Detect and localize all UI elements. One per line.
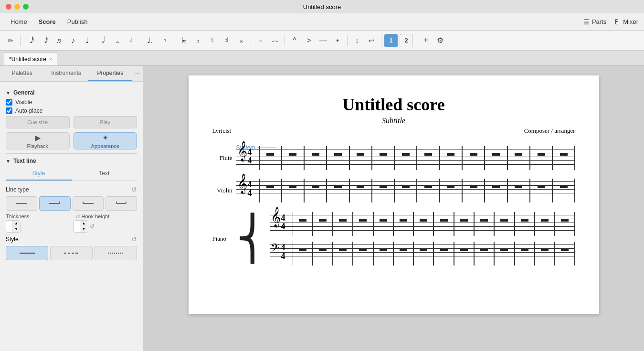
menu-publish[interactable]: Publish — [63, 16, 93, 27]
note-16th[interactable]: ♬ — [52, 34, 65, 47]
hook-height-right-reset[interactable]: ↺ — [90, 223, 95, 230]
note-quarter[interactable]: ♩ — [81, 34, 94, 47]
hook-height-down[interactable]: ▼ — [80, 226, 88, 232]
note-32nd[interactable]: 𝅘𝅥𝅯 — [38, 34, 51, 47]
voice2-button[interactable]: 2 — [400, 34, 413, 47]
playback-label: Playback — [27, 143, 48, 149]
note-64th[interactable]: 𝅘𝅥𝅰 — [23, 34, 37, 47]
staccato[interactable]: • — [331, 34, 344, 47]
style-dotted[interactable] — [95, 246, 137, 260]
flute-staff: 𝄞 4 4 — [236, 146, 575, 170]
visible-checkbox[interactable] — [6, 99, 12, 106]
line-type-hook-both[interactable] — [106, 196, 137, 211]
violin-measure-10 — [462, 179, 485, 202]
thickness-down[interactable]: ▼ — [12, 226, 20, 232]
sharp[interactable]: ♯ — [220, 34, 233, 47]
add-tool[interactable]: + — [419, 34, 433, 47]
flat[interactable]: ♭ — [191, 34, 205, 47]
auto-place-checkbox[interactable] — [6, 107, 12, 114]
style-solid[interactable] — [6, 246, 48, 260]
line-type-reset-icon[interactable]: ↺ — [131, 186, 137, 193]
line-type-hook-right[interactable] — [39, 196, 71, 211]
toolbar-sep-3 — [174, 35, 174, 46]
general-section-header[interactable]: ▼ General — [6, 89, 137, 96]
style-dashed[interactable] — [50, 246, 93, 260]
menu-right: ☰ Parts 🎚 Mixer — [583, 18, 638, 26]
line-type-plain[interactable] — [6, 196, 37, 211]
cue-size-button[interactable]: Cue size — [6, 116, 70, 128]
voice1-button[interactable]: 1 — [384, 34, 398, 47]
violin-measure-3 — [304, 179, 327, 202]
note-whole[interactable]: 𝅝 — [109, 34, 123, 47]
flip-tool[interactable]: ↕ — [350, 34, 364, 47]
toolbar-sep-1 — [20, 35, 21, 46]
play-button[interactable]: Play — [74, 116, 137, 128]
accent[interactable]: > — [302, 34, 316, 47]
note-eighth[interactable]: ♪ — [66, 34, 80, 47]
score-area[interactable]: Untitled score Subtitle Lyricist Compose… — [143, 66, 644, 351]
line-type-hook-left[interactable] — [73, 196, 104, 211]
dotted-note[interactable]: ♩. — [143, 34, 157, 47]
piano-bass-time-sig: 4 4 — [281, 243, 285, 260]
hook-reset-icon[interactable]: ↺ — [75, 213, 80, 220]
flute-measure-2 — [282, 146, 304, 170]
toolbar-sep-4 — [251, 35, 251, 46]
flip2-tool[interactable]: ↩ — [365, 34, 378, 47]
main-layout: Palettes Instruments Properties ··· ▼ Ge… — [0, 66, 644, 351]
note-half[interactable]: 𝅗𝅥 — [95, 34, 108, 47]
violin-measure-6 — [372, 179, 394, 202]
natural[interactable]: ♮ — [206, 34, 219, 47]
toolbar-sep-8 — [416, 35, 416, 46]
mixer-button[interactable]: 🎚 Mixer — [614, 18, 638, 26]
title-bar: Untitled score — [0, 0, 644, 13]
score-tab[interactable]: *Untitled score × — [4, 52, 57, 65]
visible-row: Visible — [6, 99, 137, 106]
double-sharp[interactable]: 𝄪 — [234, 34, 248, 47]
piano-label: Piano — [212, 212, 236, 266]
minimize-button[interactable] — [14, 4, 20, 10]
double-flat[interactable]: 𝄫 — [177, 34, 190, 47]
hook-height-spinners: ▲ ▼ — [80, 221, 88, 232]
hook-height-input[interactable] — [74, 222, 80, 231]
violin-measure-8 — [417, 179, 439, 202]
menu-home[interactable]: Home — [6, 16, 32, 27]
note-breve[interactable]: 𝆹𝅥 — [124, 34, 137, 47]
menu-score[interactable]: Score — [34, 16, 61, 27]
close-button[interactable] — [6, 4, 11, 10]
hook-height-up[interactable]: ▲ — [80, 221, 88, 226]
piano-bass-staff: 𝄢 4 4 — [270, 242, 575, 266]
panel-tabs: Palettes Instruments Properties ··· — [0, 66, 143, 82]
text-line-section-header[interactable]: ▼ Text line — [6, 158, 137, 164]
thickness-up[interactable]: ▲ — [12, 221, 20, 226]
maximize-button[interactable] — [23, 4, 29, 10]
cue-size-label: Cue size — [27, 119, 48, 125]
violin-measure-5 — [349, 179, 372, 202]
appearance-button[interactable]: ✦ Appearance — [74, 132, 137, 149]
flute-measure-9 — [440, 146, 462, 170]
tab-close-button[interactable]: × — [49, 56, 52, 62]
flute-measure-3 — [304, 146, 327, 170]
tenuto[interactable]: — — [317, 34, 330, 47]
thickness-input[interactable] — [6, 222, 12, 231]
pencil-tool[interactable]: ✏ — [4, 34, 17, 47]
thickness-label: Thickness — [6, 213, 70, 219]
tl-tab-text[interactable]: Text — [72, 167, 137, 181]
panel-more[interactable]: ··· — [132, 66, 143, 81]
tab-palettes[interactable]: Palettes — [0, 66, 44, 81]
violin-measure-14 — [552, 179, 575, 202]
parts-button[interactable]: ☰ Parts — [583, 18, 606, 26]
marcato[interactable]: ^ — [288, 34, 301, 47]
flute-measure-13 — [530, 146, 552, 170]
tab-instruments[interactable]: Instruments — [44, 66, 88, 81]
style-reset-icon[interactable]: ↺ — [131, 235, 137, 243]
lyricist-label: Lyricist — [212, 127, 232, 135]
line-type-buttons — [6, 196, 137, 211]
slur-tool[interactable]: ⌣⌣ — [268, 34, 282, 47]
tie-tool[interactable]: ⌢ — [254, 34, 267, 47]
rest-tool[interactable]: 𝄾 — [158, 34, 171, 47]
playback-button[interactable]: ▶ Playback — [6, 132, 70, 149]
tl-tab-style[interactable]: Style — [6, 167, 72, 181]
toolbar-sep-2 — [140, 35, 140, 46]
settings-tool[interactable]: ⚙ — [433, 34, 447, 47]
tab-properties[interactable]: Properties — [88, 66, 132, 81]
